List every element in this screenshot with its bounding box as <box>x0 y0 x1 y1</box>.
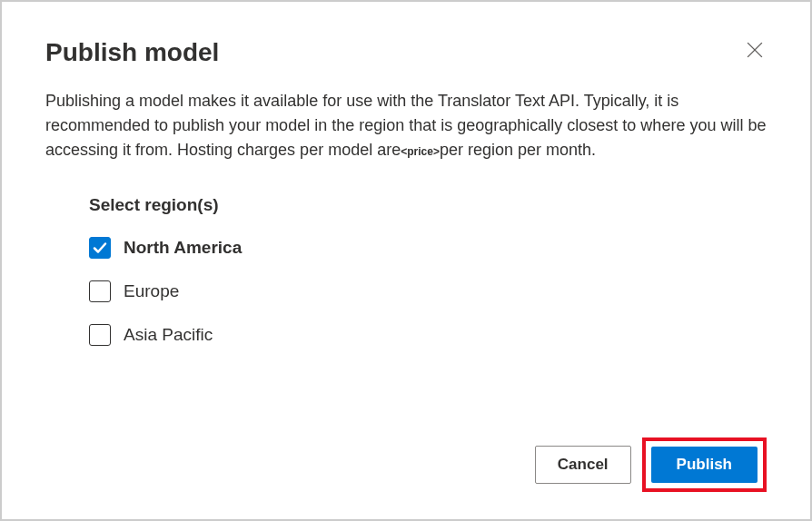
publish-model-dialog: Publish model Publishing a model makes i… <box>2 2 810 519</box>
region-option-europe[interactable]: Europe <box>89 280 767 302</box>
regions-section: Select region(s) North America Europe <box>45 195 767 368</box>
close-icon <box>747 42 763 62</box>
checkmark-icon <box>93 241 107 255</box>
region-option-asia-pacific[interactable]: Asia Pacific <box>89 324 767 346</box>
description-text-2: per region per month. <box>440 141 596 159</box>
dialog-description: Publishing a model makes it available fo… <box>45 89 767 162</box>
publish-button[interactable]: Publish <box>651 447 758 483</box>
checkbox-europe[interactable] <box>89 280 111 302</box>
region-option-north-america[interactable]: North America <box>89 237 767 259</box>
price-placeholder: <price> <box>401 145 440 158</box>
region-label-europe: Europe <box>124 281 179 301</box>
checkbox-asia-pacific[interactable] <box>89 324 111 346</box>
dialog-title: Publish model <box>45 38 219 67</box>
checkbox-north-america[interactable] <box>89 237 111 259</box>
region-label-north-america: North America <box>124 238 242 258</box>
publish-highlight-frame: Publish <box>642 437 767 492</box>
cancel-button[interactable]: Cancel <box>535 446 631 484</box>
close-button[interactable] <box>743 38 767 64</box>
regions-label: Select region(s) <box>89 195 767 215</box>
dialog-footer: Cancel Publish <box>45 437 767 492</box>
region-label-asia-pacific: Asia Pacific <box>124 325 213 345</box>
dialog-header: Publish model <box>45 38 767 67</box>
